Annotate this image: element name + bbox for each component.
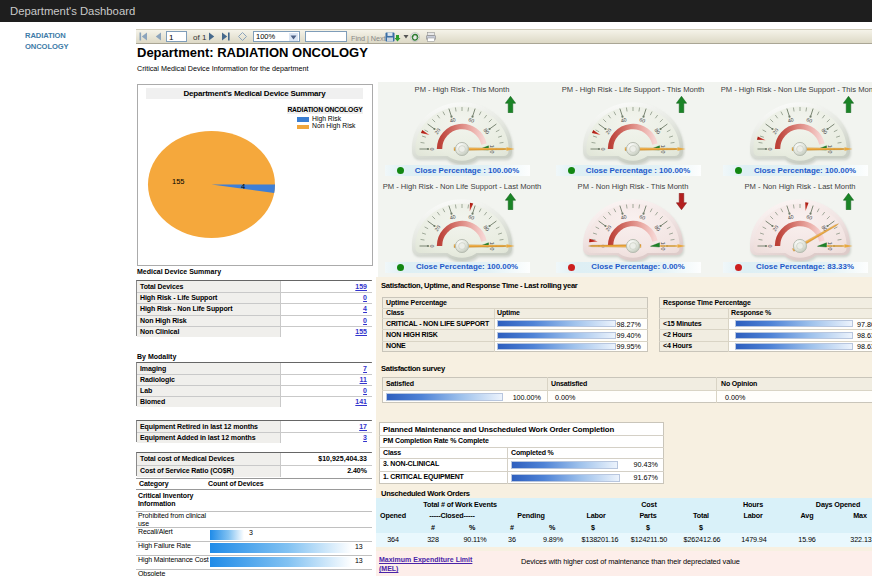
- svg-text:0: 0: [429, 244, 435, 247]
- svg-text:0: 0: [767, 147, 773, 150]
- svg-text:0: 0: [429, 147, 435, 150]
- svg-text:0: 0: [767, 244, 773, 247]
- svg-text:0: 0: [600, 147, 606, 150]
